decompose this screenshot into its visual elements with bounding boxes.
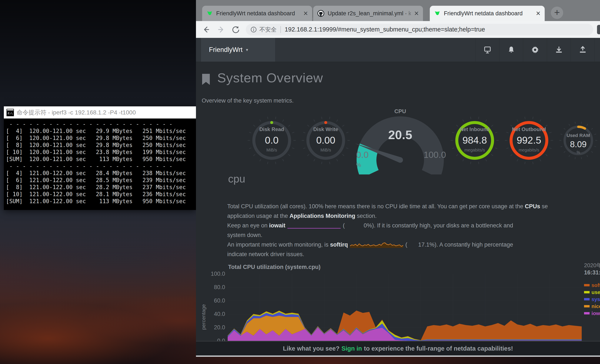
cmd-icon: C:\ <box>6 109 14 116</box>
tab-label: FriendlyWrt netdata dashboard <box>216 10 300 17</box>
sign-in-link[interactable]: Sign in <box>341 345 362 352</box>
paragraph-line: application usage at the Applications Mo… <box>227 211 600 221</box>
gauge-value: 20.5 <box>353 128 447 142</box>
info-icon[interactable] <box>250 26 257 33</box>
softirq-sparkline <box>350 242 403 248</box>
gauge-max: 100.0 <box>424 150 446 160</box>
back-icon[interactable] <box>201 25 211 34</box>
upload-icon <box>579 46 587 54</box>
chart-legend: softirq user system nice iowait <box>584 282 600 317</box>
page-subtitle: Overview of the key system metrics. <box>202 97 294 104</box>
signin-banner: Like what you see? Sign in to experience… <box>196 341 600 355</box>
url-separator <box>281 26 281 33</box>
gauge-disk-read[interactable]: Disk Read 0.0 MiB/s <box>247 115 297 166</box>
download-icon <box>555 46 563 54</box>
legend-swatch <box>584 305 590 308</box>
settings-button[interactable] <box>523 38 547 62</box>
bookmark-icon <box>202 74 210 85</box>
gauge-value: 8.09 <box>557 140 600 149</box>
bell-icon <box>507 46 516 54</box>
page-title: System Overview <box>217 70 323 85</box>
gauge-unit: megabits/s <box>450 148 500 152</box>
gauge-unit: MiB/s <box>301 148 351 152</box>
gauge-label: Net Inbound <box>450 126 500 132</box>
tab-label: FriendlyWrt netdata dashboard <box>444 10 533 17</box>
y-axis-label: percentage <box>201 304 206 330</box>
tab-separator <box>313 9 313 18</box>
legend-item[interactable]: iowait <box>584 310 600 317</box>
legend-item[interactable]: nice <box>584 303 600 310</box>
url-text[interactable]: 192.168.2.1:19999/#menu_system_submenu_c… <box>285 26 485 33</box>
paragraph-line: system down. <box>227 230 600 240</box>
legend-swatch <box>584 284 590 286</box>
legend-swatch <box>584 312 590 314</box>
export-button[interactable] <box>571 38 595 62</box>
gauge-label: Used RAM <box>557 133 600 138</box>
applications-monitoring-link[interactable]: Applications Monitoring <box>290 213 355 219</box>
security-status[interactable]: 不安全 <box>259 26 277 33</box>
close-icon[interactable]: × <box>414 9 419 17</box>
gauge-net-outbound[interactable]: Net Outbound 992.5 megabits/s <box>504 115 554 166</box>
y-axis-tick: 60.0 <box>207 298 225 304</box>
legend-item[interactable]: system <box>584 296 600 303</box>
gauge-label: Disk Write <box>301 126 351 132</box>
monitor-icon <box>483 46 492 54</box>
terminal-window[interactable]: C:\ 命令提示符 - iperf3 -c 192.168.1.2 -P4 -t… <box>4 106 196 210</box>
gauge-label: Net Outbound <box>504 126 554 132</box>
netdata-navbar: FriendlyWrt ▾ <box>196 38 600 62</box>
legend-item[interactable]: softirq <box>584 282 600 289</box>
terminal-titlebar[interactable]: C:\ 命令提示符 - iperf3 -c 192.168.1.2 -P4 -t… <box>4 106 196 119</box>
gauge-unit: % <box>356 162 361 168</box>
close-icon[interactable]: × <box>536 9 540 17</box>
terminal-title: 命令提示符 - iperf3 -c 192.168.1.2 -P4 -t1000 <box>17 109 136 117</box>
tab-netdata-2-active[interactable]: FriendlyWrt netdata dashboard × <box>430 6 545 21</box>
browser-window: FriendlyWrt netdata dashboard × Update r… <box>196 0 600 357</box>
softirq-label: softirq <box>330 242 348 248</box>
gauge-value: 984.8 <box>450 134 500 146</box>
gauge-cpu[interactable]: CPU 20.5 0.0 100.0 % <box>353 108 447 174</box>
gauge-label: Disk Read <box>247 126 297 132</box>
iowait-label: iowait <box>269 222 286 229</box>
hostname-dropdown[interactable]: FriendlyWrt ▾ <box>201 38 276 62</box>
hostname-label: FriendlyWrt <box>209 46 243 54</box>
address-bar[interactable]: 不安全 192.168.2.1:19999/#menu_system_subme… <box>246 24 593 35</box>
paragraph-line: An important metric worth monitoring, is… <box>227 240 600 250</box>
gauge-label: CPU <box>353 108 447 115</box>
gauge-value: 992.5 <box>504 134 554 146</box>
terminal-body[interactable]: - - - - - - - - - - - - - - - - - - - - … <box>4 119 196 210</box>
gear-icon <box>531 46 539 54</box>
gauge-unit: % <box>557 150 600 155</box>
monitor-button[interactable] <box>475 38 499 62</box>
gauge-used-ram[interactable]: Used RAM 8.09 % <box>557 119 600 162</box>
tab-strip: FriendlyWrt netdata dashboard × Update r… <box>196 0 600 21</box>
alarms-button[interactable] <box>499 38 523 62</box>
import-button[interactable] <box>547 38 571 62</box>
y-axis-tick: 20.0 <box>207 324 225 331</box>
cpus-link[interactable]: CPUs <box>525 203 540 210</box>
gauge-unit: megabits/s <box>504 148 554 152</box>
reload-icon[interactable] <box>231 25 241 34</box>
chevron-down-icon: ▾ <box>246 47 248 52</box>
y-axis-tick: 80.0 <box>207 284 225 291</box>
legend-swatch <box>584 291 590 293</box>
extension-icon[interactable] <box>597 25 600 34</box>
legend-item[interactable]: user <box>584 289 600 296</box>
netdata-shield-icon <box>434 10 441 17</box>
forward-icon[interactable] <box>216 25 226 34</box>
gauge-unit: MiB/s <box>247 148 297 152</box>
paragraph-line: Total CPU utilization (all cores). 100% … <box>227 202 600 211</box>
chart-time: 16:31:2 <box>584 269 600 276</box>
gauge-min: 0.0 <box>356 150 368 160</box>
chart-date: 2020年3 <box>584 262 600 269</box>
cpu-utilization-chart[interactable] <box>228 274 582 341</box>
tab-netdata-1[interactable]: FriendlyWrt netdata dashboard × <box>202 6 312 21</box>
tab-github[interactable]: Update r2s_lean_minimal.yml · k × <box>313 6 423 21</box>
gauge-disk-write[interactable]: Disk Write 0.00 MiB/s <box>301 115 351 166</box>
new-tab-button[interactable]: + <box>551 7 563 19</box>
close-icon[interactable]: × <box>303 9 308 17</box>
browser-bottom-edge <box>196 355 600 357</box>
browser-toolbar: 不安全 192.168.2.1:19999/#menu_system_subme… <box>196 21 600 38</box>
chart-title: Total CPU utilization (system.cpu) <box>228 264 321 271</box>
gauge-net-inbound[interactable]: Net Inbound 984.8 megabits/s <box>450 115 500 166</box>
gauge-value: 0.00 <box>301 134 351 146</box>
